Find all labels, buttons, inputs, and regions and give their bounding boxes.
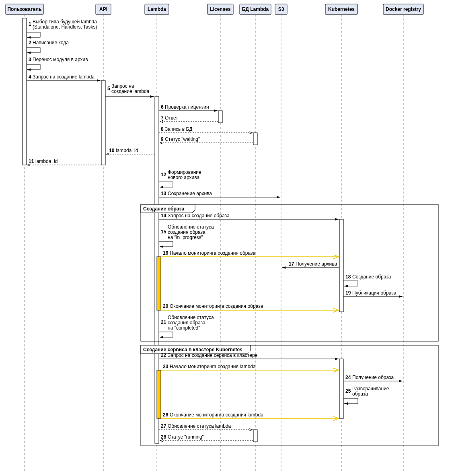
svg-text:13: 13 [161,191,166,196]
msg-22: 22 Запрос на создание сервиса в кластере [159,352,339,359]
msg-5: 5 Запрос на создание lambda [105,83,154,97]
svg-text:Разворачивание: Разворачивание [352,386,389,392]
svg-text:БД Lambda: БД Lambda [242,6,269,12]
msg-3: 3 Перенос модуля в архив [27,57,88,70]
svg-text:24: 24 [345,375,351,380]
svg-text:на "in_progress": на "in_progress" [168,235,203,240]
msg-27: 27 Обновление статуса lambda [159,423,253,430]
svg-text:8: 8 [161,126,164,132]
svg-text:11: 11 [29,159,34,164]
msg-2: 2 Написание кода [27,40,69,53]
svg-text:Создание образа: Создание образа [143,206,184,212]
msg-18: 18 Создание образа [343,274,391,286]
svg-text:Пользователь: Пользователь [7,6,41,12]
svg-rect-28 [253,133,257,145]
svg-text:1: 1 [29,21,31,27]
svg-text:Статус "waiting": Статус "waiting" [165,136,200,142]
svg-text:10: 10 [109,148,115,153]
msg-26: 26 Окончание мониторинга создания lambda [161,412,339,418]
svg-rect-98 [339,359,343,418]
msg-6: 6 Проверка лицензии [159,104,218,111]
msg-19: 19 Публикация образа [343,290,403,297]
svg-text:Docker registry: Docker registry [386,6,421,12]
participant-api: API [96,4,111,473]
svg-text:Статус "running": Статус "running" [168,434,204,440]
svg-text:Запрос на создание сервиса в к: Запрос на создание сервиса в кластере [168,352,258,358]
svg-text:Публикация образа: Публикация образа [352,290,396,296]
svg-text:16: 16 [163,250,168,256]
sequence-diagram: Пользователь API Lambda Licenses БД Lamb… [0,0,454,476]
msg-1: 1 Выбор типа будущей lambda (Standalone,… [27,19,97,37]
svg-text:Окончание мониторинга создания: Окончание мониторинга создания lambda [170,412,263,418]
msg-17: 17 Получение архива [282,261,339,268]
msg-16: 16 Начало мониторинга создания образа [161,250,339,257]
svg-rect-115 [253,430,257,442]
svg-rect-102 [157,370,161,418]
svg-rect-77 [157,257,161,310]
svg-text:lambda_id: lambda_id [35,159,58,164]
svg-text:Запись в БД: Запись в БД [165,126,192,132]
svg-text:Получение образа: Получение образа [352,375,394,380]
svg-text:Создание сервиса в кластере Ku: Создание сервиса в кластере Kubernetes [143,347,242,352]
svg-text:lambda_id: lambda_id [116,148,138,153]
participant-docker-registry: Docker registry [383,4,423,473]
msg-14: 14 Запрос на создание образа [159,213,339,219]
svg-text:Licenses: Licenses [210,6,231,12]
msg-10: 10 lambda_id [106,148,155,154]
svg-text:Выбор типа будущей lambda: Выбор типа будущей lambda [33,19,97,25]
svg-rect-24 [23,18,27,165]
msg-21: 21 Обновление статуса создания образа на… [159,315,214,337]
svg-text:Формирование: Формирование [168,169,201,175]
participant-s3: S3 [275,4,287,473]
msg-9: 9 Статус "waiting" [160,136,253,143]
msg-23: 23 Начало мониторинга создания lambda [161,364,339,370]
svg-text:на "completed": на "completed" [168,325,200,331]
msg-12: 12 Формирование нового архива [159,169,201,187]
svg-text:Запрос на: Запрос на [111,83,134,89]
svg-text:18: 18 [345,274,351,280]
svg-text:27: 27 [161,423,166,429]
svg-text:12: 12 [161,172,166,177]
svg-text:Запрос на создание lambda: Запрос на создание lambda [33,74,94,80]
svg-text:26: 26 [163,412,168,418]
svg-rect-96 [141,345,438,446]
svg-text:17: 17 [289,261,294,267]
svg-text:(Standalone, Handlers, Tasks): (Standalone, Handlers, Tasks) [33,24,97,30]
svg-text:создания образа: создания образа [168,320,205,326]
participant-licenses: Licenses [207,4,233,473]
svg-text:Окончание мониторинга создания: Окончание мониторинга создания образа [170,303,263,309]
svg-text:Начало мониторинга создания об: Начало мониторинга создания образа [170,250,256,256]
svg-text:Написание кода: Написание кода [33,40,69,45]
svg-text:4: 4 [29,74,31,80]
msg-25: 25 Разворачивание образа [343,386,389,404]
svg-text:создания образа: создания образа [168,229,205,235]
svg-text:6: 6 [161,104,164,110]
svg-text:9: 9 [161,136,164,142]
svg-text:Запрос на создание образа: Запрос на создание образа [168,213,230,218]
svg-text:7: 7 [161,115,164,121]
msg-28: 28 Статус "running" [160,434,253,441]
svg-text:Сохранение архива: Сохранение архива [168,191,212,196]
msg-20: 20 Окончание мониторинга создания образа [161,303,339,310]
msg-4: 4 Запрос на создание lambda [27,74,101,80]
svg-text:образа: образа [352,391,368,397]
svg-text:2: 2 [29,40,31,45]
svg-text:22: 22 [161,352,166,358]
svg-text:нового архива: нового архива [168,175,199,180]
msg-8: 8 Запись в БД [159,126,253,133]
svg-text:Создание образа: Создание образа [352,274,391,280]
svg-text:25: 25 [345,388,351,394]
svg-text:создание lambda: создание lambda [111,89,150,94]
participant-db-lambda: БД Lambda [240,4,271,473]
svg-text:14: 14 [161,213,166,218]
svg-text:S3: S3 [278,6,284,12]
msg-7: 7 Ответ [160,115,218,122]
svg-text:20: 20 [163,303,168,309]
svg-text:Lambda: Lambda [148,6,166,12]
svg-text:Перенос модуля в архив: Перенос модуля в архив [33,57,88,62]
svg-text:Обновление статуса: Обновление статуса [168,224,214,230]
svg-text:28: 28 [161,434,166,440]
svg-text:5: 5 [107,86,110,91]
msg-13: 13 Сохранение архива [159,191,280,197]
svg-text:Начало мониторинга создания la: Начало мониторинга создания lambda [170,364,256,369]
